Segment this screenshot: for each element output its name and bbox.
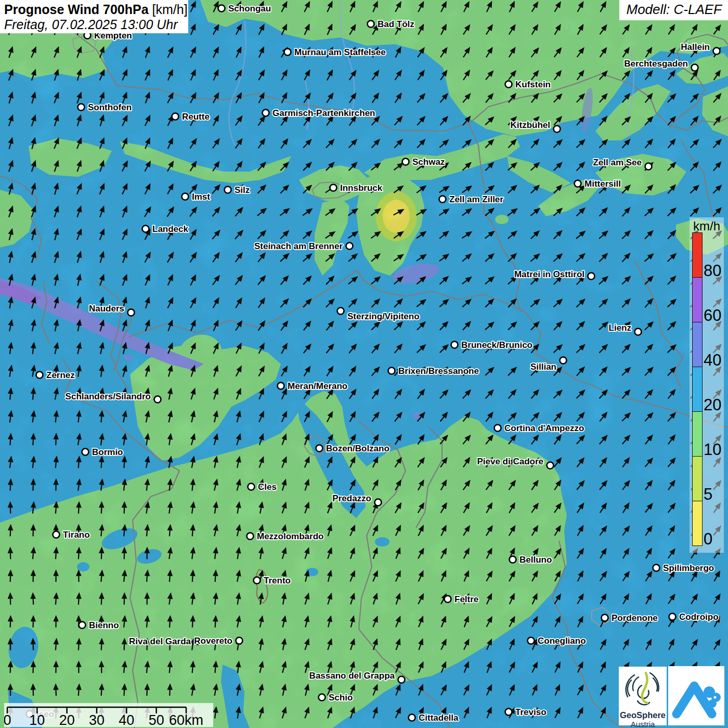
city-marker <box>263 110 269 116</box>
city: Bruneck/Brunico <box>451 340 532 350</box>
city-label: Meran/Merano <box>288 381 347 391</box>
city-label: Steinach am Brenner <box>254 241 343 251</box>
city-label: Kitzbühel <box>511 120 551 130</box>
city: Meran/Merano <box>278 381 348 391</box>
city-marker <box>337 308 344 315</box>
city-label: Mezzolombardo <box>257 531 323 541</box>
city-label: Schio <box>329 693 353 703</box>
city: Schlanders/Silandro <box>66 392 161 403</box>
city-label: Codroipo <box>679 612 719 622</box>
scale-label: 30 <box>89 712 105 727</box>
city: Riva del Garda <box>129 636 201 646</box>
city-label: Bormio <box>92 447 123 457</box>
city-marker <box>316 445 323 452</box>
legend-tick-label: 40 <box>704 352 721 368</box>
city-label: Berchtesgaden <box>624 59 688 69</box>
city-label: Murnau am Staffelsee <box>294 47 386 57</box>
city-label: Bassano del Grappa <box>309 671 395 681</box>
scale-label: 40 <box>119 712 134 727</box>
city: Matrei in Osttirol <box>514 269 595 280</box>
city: Cortina d'Ampezzo <box>495 423 584 433</box>
city-marker <box>375 499 382 506</box>
city-label: Rovereto <box>194 636 232 646</box>
city-label: Kufstein <box>515 80 551 89</box>
city-label: Predazzo <box>332 493 371 503</box>
city-marker <box>402 159 409 165</box>
city-marker <box>79 622 86 629</box>
city-marker <box>128 309 135 316</box>
city-marker <box>713 48 720 55</box>
city-marker <box>602 615 608 621</box>
city-label: Nauders <box>89 304 124 314</box>
city-marker <box>346 243 353 250</box>
city-marker <box>505 709 512 716</box>
city-label: Hallein <box>681 42 710 52</box>
city-marker <box>495 425 501 432</box>
legend-tick-label: 5 <box>704 486 712 502</box>
city-label: Feltre <box>454 594 478 604</box>
city-marker <box>154 396 161 403</box>
city-label: Silz <box>235 185 250 195</box>
city-marker <box>528 638 535 644</box>
city: Mezzolombardo <box>247 531 324 541</box>
city-marker <box>653 565 660 571</box>
city-marker <box>510 556 516 563</box>
city-label: Bienno <box>89 620 119 630</box>
weather-map: Schongau Bad Tölz Kempten Murnau am Staf… <box>0 0 728 728</box>
city-label: Schongau <box>228 4 271 14</box>
legend-segment <box>692 411 703 457</box>
city-marker <box>78 104 85 111</box>
city-label: Bozen/Bolzano <box>326 444 389 453</box>
city-marker <box>225 187 231 193</box>
legend-tick-label: 80 <box>704 263 721 279</box>
distance-scale-bar: 0102030405060km <box>4 703 213 727</box>
geosphere-name: GeoSphere <box>619 710 667 720</box>
city-marker <box>82 449 89 456</box>
city-label: Pordenone <box>612 613 658 623</box>
city-label: Matrei in Osttirol <box>514 269 584 279</box>
city-marker <box>172 113 179 120</box>
city-marker <box>445 596 451 603</box>
city-label: Pieve di Cadore <box>477 457 543 466</box>
city-marker <box>554 126 561 133</box>
city-marker <box>635 329 642 335</box>
scale-label: 0 <box>4 712 11 727</box>
city-marker <box>547 462 554 469</box>
legend-tick-label: 0 <box>704 531 712 547</box>
city-label: Garmisch-Partenkirchen <box>272 108 375 118</box>
mountain-cloud-logo <box>668 666 724 725</box>
city-marker <box>669 614 676 620</box>
city-label: Sonthofen <box>88 102 132 112</box>
legend-segment <box>692 456 703 501</box>
city-label: Landeck <box>152 224 189 234</box>
city-marker <box>247 533 254 540</box>
city-label: Imst <box>192 192 210 202</box>
city-label: Cortina d'Ampezzo <box>504 423 584 433</box>
city: Silz <box>225 185 250 195</box>
title-box: Prognose Wind 700hPa [km/h] Freitag, 07.… <box>0 0 188 33</box>
legend-segment <box>692 232 703 278</box>
city-label: Spilimbergo <box>663 563 714 573</box>
city-marker <box>248 484 255 490</box>
city-marker <box>368 21 374 28</box>
city-label: Trento <box>264 576 291 586</box>
city-marker <box>575 180 581 187</box>
city-label: Mittersill <box>584 179 621 189</box>
legend-segment <box>692 367 703 412</box>
legend-unit: km/h <box>691 219 723 233</box>
city: Imst <box>182 192 211 202</box>
city-label: Bruneck/Brunico <box>461 340 532 350</box>
model-label: Modell: C-LAEF <box>619 0 728 20</box>
legend-segment <box>692 501 703 546</box>
city-label: Zell am Ziller <box>449 194 503 204</box>
scale-label: 50 <box>149 712 164 727</box>
city-marker <box>36 372 43 379</box>
city-marker <box>451 342 458 348</box>
wind-forecast-map-page: Schongau Bad Tölz Kempten Murnau am Staf… <box>0 0 728 728</box>
legend-tick-label: 10 <box>704 441 721 458</box>
city-label: Riva del Garda <box>129 636 191 646</box>
city-marker <box>330 185 337 191</box>
city: Steinach am Brenner <box>254 241 353 251</box>
city-label: Innsbruck <box>340 183 383 193</box>
city: Cles <box>248 482 277 492</box>
